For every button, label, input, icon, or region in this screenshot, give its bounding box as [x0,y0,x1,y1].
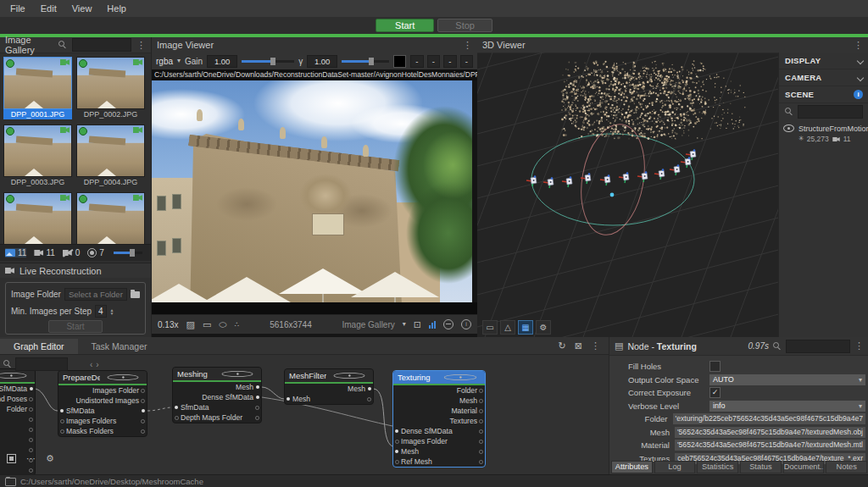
scene-info-icon[interactable]: i [854,90,863,99]
output-connector[interactable] [479,440,483,444]
output-connector[interactable] [141,399,145,403]
lens-icon[interactable]: ⬭ [219,320,226,329]
output-connector[interactable] [29,448,33,452]
graph-search-input[interactable] [15,357,68,371]
text-field[interactable]: '56524c35d43a5ec98f4675c15db9a4e7/textur… [675,427,865,438]
gallery-thumbnail[interactable]: DPP_0002.JPG [76,57,145,119]
node-attribute-input[interactable]: Depth Maps Folder [173,412,261,423]
output-connector[interactable] [29,428,33,432]
visibility-eye-icon[interactable] [783,125,794,132]
viewer-menu-icon[interactable]: ⋮ [463,40,472,51]
node-menu-icon[interactable]: ⋮ [854,340,864,351]
histogram-icon[interactable] [429,321,436,329]
auto-layout-icon[interactable]: ⊠ [575,341,582,351]
stat-aperture-icon[interactable]: 7 [87,248,104,257]
tab-notes[interactable]: Notes [826,461,867,473]
photo-view[interactable] [152,80,472,302]
gamma-slider[interactable] [342,60,389,63]
tab-statistics[interactable]: Statistics [697,461,738,473]
globe-icon[interactable] [443,319,453,329]
stat-camera-icon[interactable]: 11 [34,248,54,257]
scene-section-header[interactable]: SCENE i [779,86,868,103]
texture-icon[interactable]: ▦ [518,320,533,335]
input-connector[interactable] [60,409,64,412]
node-header[interactable]: MeshFiltering [285,369,373,382]
more-icon[interactable]: ⋯ [26,454,36,463]
node-search-input[interactable] [786,340,850,353]
min-images-stepper[interactable]: 4 [95,305,107,318]
node-attribute-output[interactable]: Undistorted Images [58,396,147,406]
node-attribute-output[interactable] [0,465,35,474]
viewer3d-menu-icon[interactable]: ⋮ [854,40,863,51]
gamma-value[interactable]: 1.00 [307,55,337,68]
node-attribute-output[interactable]: Mesh [173,382,261,392]
node-attribute-input[interactable]: Ref Mesh [393,457,485,467]
node-attribute-output[interactable] [0,434,35,445]
output-connector[interactable] [479,429,483,434]
node-header[interactable]: Meshing [173,368,261,380]
next-result-icon[interactable]: › [96,360,98,369]
node-attribute-input[interactable]: Masks Folders [58,426,147,436]
eye-icon[interactable] [0,373,26,379]
image-folder-field[interactable]: Select a Folder [64,288,127,301]
info-icon[interactable]: i [461,319,471,329]
output-connector[interactable] [479,409,483,413]
output-connector[interactable] [29,397,33,401]
tab-task-manager[interactable]: Task Manager [78,339,161,354]
menu-item-edit[interactable]: Edit [34,2,64,15]
tab-status[interactable]: Status [740,461,782,473]
node-attribute-output[interactable]: Mesh [393,396,485,406]
output-connector[interactable] [256,396,259,399]
dropdown[interactable]: AUTO▾ [709,374,865,385]
output-connector[interactable] [29,468,33,473]
graph-node-meshfiltering[interactable]: MeshFilteringMeshMesh [284,368,374,405]
frame-icon[interactable]: ▭ [203,320,211,329]
fit-view-icon[interactable] [7,454,16,463]
eye-icon[interactable] [334,373,365,379]
overlay-dropdown-icon[interactable]: ▾ [403,321,406,328]
dropdown[interactable]: info▾ [709,401,865,412]
node-attribute-input[interactable]: Mesh [285,394,373,404]
eye-icon[interactable] [108,374,139,380]
output-connector[interactable] [479,389,483,393]
node-attribute-input[interactable]: Dense SfMData [393,426,485,436]
node-attribute-input[interactable]: Images Folders [58,416,147,426]
node-attribute-input[interactable]: Mesh [393,446,485,457]
input-connector[interactable] [175,416,179,420]
points-icon[interactable]: ∴ [235,321,240,329]
output-connector[interactable] [368,387,371,390]
prev-result-icon[interactable]: ‹ [90,360,92,369]
output-connector[interactable] [29,418,33,422]
node-attribute-input[interactable]: Images Folder [393,436,485,446]
eye-icon[interactable] [444,374,476,380]
node-attribute-output[interactable]: Material [393,406,485,416]
section-header-camera[interactable]: CAMERA [779,69,868,86]
input-connector[interactable] [175,406,178,409]
output-connector[interactable] [29,438,33,442]
output-connector[interactable] [142,409,145,412]
live-reconstruction-header[interactable]: Live Reconstruction [0,263,151,278]
checkbox[interactable] [709,361,721,372]
output-connector[interactable] [367,397,371,401]
node-attribute-output[interactable] [0,424,35,434]
text-field[interactable]: 'exturing/b225ceb756524c35d43a5ec98f4675… [673,413,865,424]
output-connector[interactable] [141,389,145,393]
tab-attributes[interactable]: Attributes [611,461,653,473]
output-connector[interactable] [255,406,259,410]
node-attribute-output[interactable]: SfMData [0,384,35,394]
node-header[interactable]: Texturing [393,371,485,384]
node-attribute-output[interactable]: Folder [0,404,35,414]
input-connector[interactable] [60,429,64,434]
output-connector[interactable] [30,387,33,390]
color-picker-swatch[interactable] [393,55,406,68]
input-connector[interactable] [60,419,64,423]
scene-search-input[interactable] [798,105,863,119]
eye-icon[interactable] [222,371,253,377]
tab-graph-editor[interactable]: Graph Editor [0,339,78,354]
mesh-icon[interactable]: △ [500,320,515,335]
gallery-search-input[interactable] [72,38,131,52]
hatch-icon[interactable]: ▨ [186,320,194,329]
graph-node-preparedensescene[interactable]: PrepareDenseSceneImages FolderUndistorte… [58,370,147,437]
input-connector[interactable] [395,440,399,444]
stop-button[interactable]: Stop [437,19,492,32]
